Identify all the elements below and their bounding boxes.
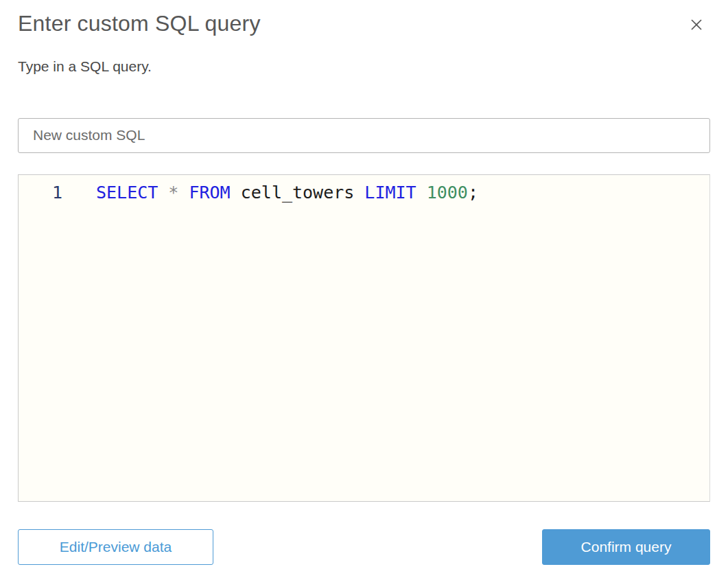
close-icon: [689, 17, 704, 32]
dialog-title: Enter custom SQL query: [18, 10, 261, 38]
sql-token-keyword: LIMIT: [364, 183, 426, 202]
sql-token-identifier: cell_towers: [241, 183, 365, 202]
custom-sql-dialog: Enter custom SQL query Type in a SQL que…: [0, 0, 728, 580]
sql-token-operator: *: [168, 183, 189, 202]
sql-token-keyword: SELECT: [96, 183, 168, 202]
custom-sql-name-input[interactable]: [18, 118, 710, 153]
sql-token-punctuation: ;: [468, 183, 478, 202]
sql-query-text[interactable]: SELECT * FROM cell_towers LIMIT 1000;: [96, 182, 478, 204]
sql-code-editor[interactable]: 1 SELECT * FROM cell_towers LIMIT 1000;: [18, 174, 710, 502]
confirm-query-button[interactable]: Confirm query: [542, 529, 710, 565]
code-line[interactable]: 1 SELECT * FROM cell_towers LIMIT 1000;: [19, 175, 709, 204]
dialog-header: Enter custom SQL query: [18, 10, 710, 38]
line-number: 1: [19, 182, 62, 204]
sql-token-keyword: FROM: [189, 183, 240, 202]
close-button[interactable]: [687, 15, 706, 34]
edit-preview-data-button[interactable]: Edit/Preview data: [18, 529, 213, 565]
dialog-subtitle: Type in a SQL query.: [18, 58, 710, 76]
sql-token-number: 1000: [427, 183, 468, 202]
dialog-footer: Edit/Preview data Confirm query: [18, 529, 710, 565]
